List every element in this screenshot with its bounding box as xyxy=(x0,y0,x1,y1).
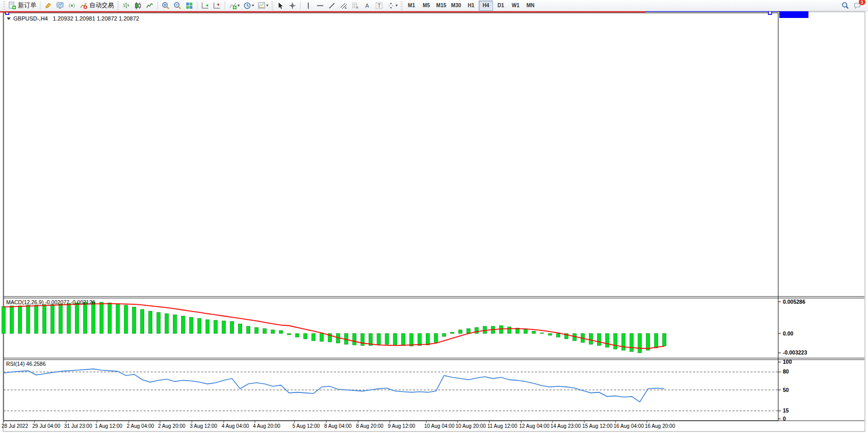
autotrading-button[interactable]: 自动交易 xyxy=(78,1,115,11)
signals-button[interactable] xyxy=(66,1,77,11)
crosshair-icon xyxy=(288,2,297,10)
svg-text:T: T xyxy=(378,3,381,9)
time-tick-label: 16 Aug 04:00 xyxy=(614,423,644,429)
rsi-indicator-label: RSI(14) 46.2586 xyxy=(6,361,46,367)
search-button[interactable] xyxy=(840,1,851,11)
notifications-button[interactable]: 1 xyxy=(852,1,863,11)
crosshair-tool-button[interactable] xyxy=(287,1,298,11)
time-tick-label: 10 Aug 04:00 xyxy=(424,423,455,429)
fibonacci-tool-button[interactable]: F xyxy=(350,1,361,11)
macd-histogram-bar xyxy=(377,333,381,345)
dropdown-caret-icon: ▾ xyxy=(238,3,240,8)
gbpusd-h4-chart[interactable]: 1.229501.227601.225751.223901.222001.220… xyxy=(0,11,868,433)
text-label-tool-button[interactable]: T xyxy=(373,1,385,11)
macd-histogram-bar xyxy=(418,333,421,345)
macd-histogram-bar xyxy=(646,333,650,350)
macd-histogram-bar xyxy=(189,317,193,333)
rsi-tick-label: 100 xyxy=(783,359,792,365)
macd-indicator-label: MACD(12,26,9) -0.002077 -0.002126 xyxy=(6,299,95,305)
arrows-tool-button[interactable]: ▾ xyxy=(385,1,399,11)
macd-histogram-bar xyxy=(393,333,397,345)
line-chart-button[interactable] xyxy=(144,1,155,11)
macd-histogram-bar xyxy=(10,306,13,333)
dropdown-caret-icon: ▾ xyxy=(252,3,254,8)
separator xyxy=(40,2,41,10)
macd-histogram-bar xyxy=(43,305,46,333)
new-order-label: 新订单 xyxy=(18,1,36,10)
line-anchor-handle[interactable] xyxy=(768,11,772,14)
channel-tool-button[interactable]: E xyxy=(338,1,349,11)
auto-scroll-button[interactable] xyxy=(200,1,211,11)
macd-histogram-bar xyxy=(532,331,536,333)
market-watch-button[interactable] xyxy=(43,1,54,11)
new-order-icon xyxy=(8,2,16,10)
trendline-tool-button[interactable] xyxy=(326,1,338,11)
new-order-button[interactable]: 新订单 xyxy=(7,1,38,11)
time-tick-label: 11 Aug 12:00 xyxy=(487,423,518,429)
time-tick-label: 2 Aug 20:00 xyxy=(158,423,186,429)
notification-count-badge: 1 xyxy=(859,0,865,5)
toolbar-grip[interactable] xyxy=(271,2,273,10)
macd-histogram-bar xyxy=(524,329,527,333)
time-tick-label: 14 Aug 23:00 xyxy=(550,423,581,429)
candlestick-icon xyxy=(134,2,142,10)
toolbar-grip[interactable] xyxy=(117,2,119,10)
timeframe-h4-button[interactable]: H4 xyxy=(479,1,493,11)
text-tool-button[interactable]: A xyxy=(362,1,373,11)
time-tick-label: 28 Jul 2022 xyxy=(2,423,28,429)
macd-histogram-bar xyxy=(548,333,552,336)
macd-histogram-bar xyxy=(450,332,454,333)
tile-windows-icon xyxy=(185,2,193,10)
toolbar-grip[interactable] xyxy=(401,2,403,10)
line-chart-icon xyxy=(146,2,154,10)
fibonacci-icon: F xyxy=(351,2,360,10)
chart-shift-icon xyxy=(213,2,221,10)
tile-windows-button[interactable] xyxy=(184,1,195,11)
timeframe-m30-button[interactable]: M30 xyxy=(449,1,463,11)
clock-icon xyxy=(243,2,251,10)
zoom-in-icon xyxy=(162,2,170,10)
horizontal-line-tool-button[interactable] xyxy=(314,1,326,11)
dropdown-caret-icon: ▾ xyxy=(396,3,398,8)
macd-histogram-bar xyxy=(295,333,299,337)
bar-chart-button[interactable] xyxy=(121,1,132,11)
macd-histogram-bar xyxy=(34,305,38,333)
periods-button[interactable]: ▾ xyxy=(242,1,255,11)
timeframe-m1-button[interactable]: M1 xyxy=(404,1,419,11)
timeframe-h1-button[interactable]: H1 xyxy=(464,1,478,11)
time-tick-label: 4 Aug 04:00 xyxy=(222,423,249,429)
chart-shift-button[interactable] xyxy=(211,1,223,11)
timeframe-m5-button[interactable]: M5 xyxy=(419,1,433,11)
zoom-in-button[interactable] xyxy=(160,1,171,11)
terminal-button[interactable] xyxy=(54,1,66,11)
macd-histogram-bar xyxy=(254,327,258,333)
time-tick-label: 2 Aug 04:00 xyxy=(127,423,154,429)
chart-window[interactable]: 1.229501.227601.225751.223901.222001.220… xyxy=(0,11,868,433)
timeframe-w1-button[interactable]: W1 xyxy=(508,1,523,11)
template-icon xyxy=(258,2,266,10)
indicators-button[interactable]: ▾ xyxy=(227,1,241,11)
macd-histogram-bar xyxy=(100,302,103,333)
auto-scroll-icon xyxy=(201,2,209,10)
timeframe-mn-button[interactable]: MN xyxy=(523,1,538,11)
templates-button[interactable]: ▾ xyxy=(256,1,270,11)
vertical-line-tool-button[interactable] xyxy=(303,1,314,11)
indicators-icon xyxy=(229,2,237,10)
timeframe-m15-button[interactable]: M15 xyxy=(434,1,448,11)
macd-histogram-bar xyxy=(597,333,601,345)
macd-histogram-bar xyxy=(442,333,446,337)
timeframe-d1-button[interactable]: D1 xyxy=(494,1,508,11)
toolbar-grip[interactable] xyxy=(3,2,5,10)
separator xyxy=(197,2,198,10)
zoom-out-button[interactable] xyxy=(172,1,183,11)
macd-histogram-bar xyxy=(173,315,176,333)
rsi-tick-label: 50 xyxy=(783,387,789,393)
cursor-tool-button[interactable] xyxy=(275,1,286,11)
svg-text:E: E xyxy=(345,6,347,9)
macd-histogram-bar xyxy=(475,327,479,333)
macd-histogram-bar xyxy=(312,333,315,341)
candlestick-button[interactable] xyxy=(132,1,144,11)
symbol-period-label: GBPUSD-,H4 xyxy=(13,15,48,22)
rsi-tick-label: 0 xyxy=(783,416,786,422)
macd-histogram-bar xyxy=(320,333,324,341)
